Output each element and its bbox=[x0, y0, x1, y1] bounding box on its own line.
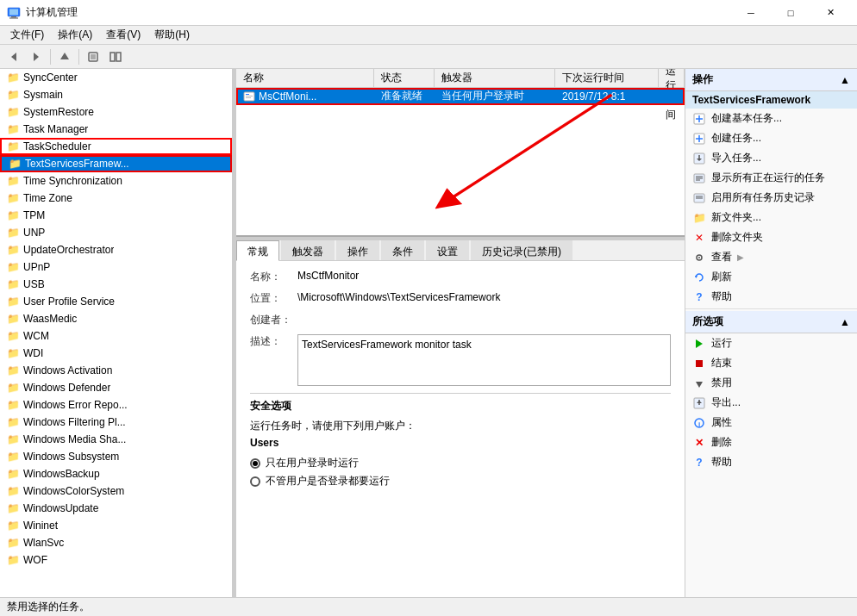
sidebar-item-windowsmedia[interactable]: 📁 Windows Media Sha... bbox=[0, 431, 232, 448]
status-text: 禁用选择的任务。 bbox=[7, 600, 90, 614]
actions-collapse-icon[interactable]: ▲ bbox=[840, 74, 850, 86]
radio-only-logged-in[interactable] bbox=[250, 458, 260, 469]
sidebar-item-wof[interactable]: 📁 WOF bbox=[0, 551, 232, 569]
sidebar-item-wininet[interactable]: 📁 Wininet bbox=[0, 517, 232, 534]
sidebar-item-synccenter[interactable]: 📁 SyncCenter bbox=[0, 69, 232, 86]
sidebar-item-unp[interactable]: 📁 UNP bbox=[0, 224, 232, 241]
radio-regardless[interactable] bbox=[250, 476, 260, 487]
task-list-area: 名称 状态 触发器 下次运行时间 上次运行时间 MsCt bbox=[236, 69, 685, 237]
sidebar-item-wdi[interactable]: 📁 WDI bbox=[0, 345, 232, 362]
forward-button[interactable] bbox=[26, 47, 47, 66]
sidebar-item-updateorch[interactable]: 📁 UpdateOrchestrator bbox=[0, 241, 232, 258]
tab-settings[interactable]: 设置 bbox=[426, 240, 469, 260]
action-help-1[interactable]: ? 帮助 bbox=[685, 287, 857, 307]
sidebar-item-windowsupdate[interactable]: 📁 WindowsUpdate bbox=[0, 500, 232, 517]
sidebar-item-wcm[interactable]: 📁 WCM bbox=[0, 327, 232, 345]
tab-conditions[interactable]: 条件 bbox=[381, 240, 424, 260]
create-task-label: 创建任务... bbox=[711, 131, 761, 146]
task-cell-trigger: 当任何用户登录时 bbox=[435, 89, 555, 103]
action-view[interactable]: 查看 ▶ bbox=[685, 247, 857, 267]
show-hide-button[interactable] bbox=[83, 47, 103, 66]
export-icon bbox=[692, 396, 706, 410]
title-bar-left: 计算机管理 bbox=[7, 5, 78, 20]
tab-actions[interactable]: 操作 bbox=[336, 240, 379, 260]
security-run-label: 运行任务时，请使用下列用户账户： bbox=[250, 419, 671, 433]
up-button[interactable] bbox=[54, 47, 75, 66]
task-row[interactable]: MsCtfMoni... 准备就绪 当任何用户登录时 2019/7/12 8:1 bbox=[236, 88, 685, 105]
col-header-next[interactable]: 下次运行时间 bbox=[555, 69, 659, 87]
col-header-status[interactable]: 状态 bbox=[374, 69, 435, 87]
sidebar-item-userprofile[interactable]: 📁 User Profile Service bbox=[0, 293, 232, 310]
svg-marker-5 bbox=[34, 53, 39, 61]
action-end[interactable]: 结束 bbox=[685, 353, 857, 373]
menu-view[interactable]: 查看(V) bbox=[99, 26, 147, 44]
selected-collapse-icon[interactable]: ▲ bbox=[840, 316, 850, 328]
action-properties[interactable]: i 属性 bbox=[685, 413, 857, 432]
action-show-running[interactable]: 显示所有正在运行的任务 bbox=[685, 168, 857, 188]
action-create-task[interactable]: 创建任务... bbox=[685, 128, 857, 148]
menu-action[interactable]: 操作(A) bbox=[51, 26, 99, 44]
tab-history[interactable]: 历史记录(已禁用) bbox=[471, 240, 572, 260]
sidebar-item-textservices[interactable]: 📁 TextServicesFramew... bbox=[0, 155, 232, 172]
sidebar-item-timezone[interactable]: 📁 Time Zone bbox=[0, 190, 232, 207]
sidebar-item-tpm[interactable]: 📁 TPM bbox=[0, 207, 232, 224]
action-disable[interactable]: 禁用 bbox=[685, 373, 857, 393]
task-list-body[interactable]: MsCtfMoni... 准备就绪 当任何用户登录时 2019/7/12 8:1 bbox=[236, 88, 685, 235]
detail-button[interactable] bbox=[105, 47, 126, 66]
radio-row-1: 只在用户登录时运行 bbox=[250, 456, 671, 470]
sidebar-item-windowsactivation[interactable]: 📁 Windows Activation bbox=[0, 362, 232, 379]
sidebar-item-sysmain[interactable]: 📁 Sysmain bbox=[0, 86, 232, 103]
sidebar-item-windowserrorrep[interactable]: 📁 Windows Error Repo... bbox=[0, 396, 232, 414]
menu-file[interactable]: 文件(F) bbox=[3, 26, 51, 44]
tab-triggers[interactable]: 触发器 bbox=[281, 240, 335, 260]
folder-icon: 📁 bbox=[7, 364, 20, 376]
action-enable-history[interactable]: 启用所有任务历史记录 bbox=[685, 188, 857, 208]
sidebar-item-wlansvc[interactable]: 📁 WlanSvc bbox=[0, 534, 232, 551]
sidebar-item-windowsfiltering[interactable]: 📁 Windows Filtering Pl... bbox=[0, 414, 232, 431]
menu-bar: 文件(F) 操作(A) 查看(V) 帮助(H) bbox=[0, 26, 857, 45]
sidebar-scroll[interactable]: 📁 SyncCenter 📁 Sysmain 📁 SystemRestore 📁… bbox=[0, 69, 232, 597]
folder-icon: 📁 bbox=[7, 140, 20, 152]
back-button[interactable] bbox=[3, 47, 24, 66]
action-new-folder[interactable]: 📁 新文件夹... bbox=[685, 208, 857, 227]
sidebar-item-taskmanager[interactable]: 📁 Task Manager bbox=[0, 121, 232, 138]
tab-general[interactable]: 常规 bbox=[236, 240, 279, 261]
col-header-name[interactable]: 名称 bbox=[236, 69, 374, 87]
sidebar-item-windowssubsystem[interactable]: 📁 Windows Subsystem bbox=[0, 448, 232, 465]
help-icon-1: ? bbox=[692, 290, 706, 304]
main-container: 📁 SyncCenter 📁 Sysmain 📁 SystemRestore 📁… bbox=[0, 69, 857, 597]
folder-icon: 📁 bbox=[7, 278, 20, 290]
close-button[interactable]: ✕ bbox=[810, 0, 850, 26]
sidebar-item-taskscheduler[interactable]: 📁 TaskScheduler bbox=[0, 138, 232, 155]
name-label: 名称： bbox=[250, 270, 297, 284]
sidebar-item-windowsbackup[interactable]: 📁 WindowsBackup bbox=[0, 465, 232, 482]
minimize-button[interactable]: ─ bbox=[731, 0, 771, 26]
action-import[interactable]: 导入任务... bbox=[685, 148, 857, 168]
svg-marker-4 bbox=[11, 53, 16, 61]
maximize-button[interactable]: □ bbox=[771, 0, 810, 26]
action-delete[interactable]: ✕ 删除 bbox=[685, 432, 857, 452]
description-textarea[interactable]: TextServicesFramework monitor task bbox=[297, 334, 671, 386]
action-create-basic[interactable]: 创建基本任务... bbox=[685, 109, 857, 128]
action-export[interactable]: 导出... bbox=[685, 393, 857, 413]
col-header-trigger[interactable]: 触发器 bbox=[435, 69, 555, 87]
svg-rect-14 bbox=[246, 97, 251, 98]
menu-help[interactable]: 帮助(H) bbox=[147, 26, 197, 44]
view-arrow-icon: ▶ bbox=[737, 252, 744, 262]
action-delete-folder[interactable]: ✕ 删除文件夹 bbox=[685, 227, 857, 247]
sidebar-item-windowsdefender[interactable]: 📁 Windows Defender bbox=[0, 379, 232, 396]
task-icon bbox=[243, 90, 255, 103]
action-run[interactable]: 运行 bbox=[685, 333, 857, 353]
action-help-2[interactable]: ? 帮助 bbox=[685, 452, 857, 472]
col-header-prev[interactable]: 上次运行时间 bbox=[659, 69, 685, 87]
window-controls: ─ □ ✕ bbox=[731, 0, 850, 26]
sidebar-item-usb[interactable]: 📁 USB bbox=[0, 276, 232, 293]
action-refresh[interactable]: 刷新 bbox=[685, 267, 857, 287]
actions-section-title-selected: 所选项 ▲ bbox=[685, 311, 857, 333]
sidebar-item-systemrestore[interactable]: 📁 SystemRestore bbox=[0, 103, 232, 121]
sidebar-item-timesync[interactable]: 📁 Time Synchronization bbox=[0, 172, 232, 190]
sidebar-item-windowscolorsystem[interactable]: 📁 WindowsColorSystem bbox=[0, 482, 232, 500]
sidebar-item-waasmedic[interactable]: 📁 WaasMedic bbox=[0, 310, 232, 327]
sidebar-item-upnp[interactable]: 📁 UPnP bbox=[0, 258, 232, 276]
delete-icon: ✕ bbox=[692, 436, 706, 450]
